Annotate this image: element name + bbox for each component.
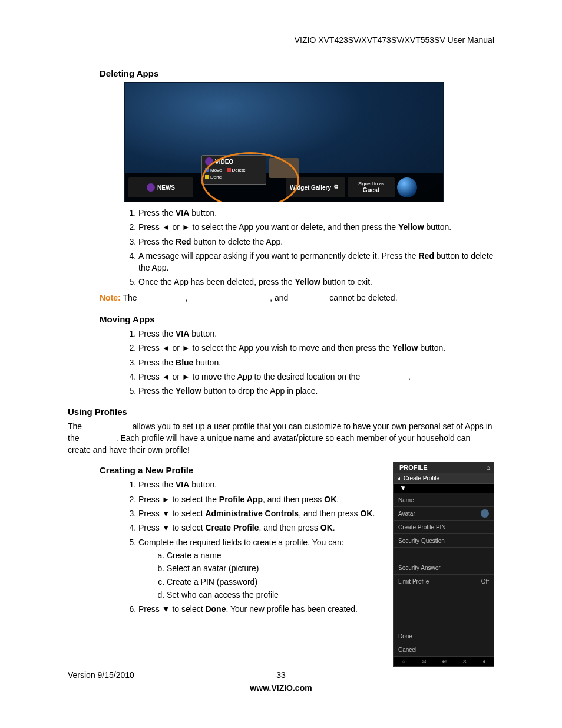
step: Press ▼ to select Create Profile, and th… [138, 522, 386, 533]
step: Press ▼ to select Administrative Control… [138, 508, 386, 519]
step: Press the VIA button. [138, 207, 494, 219]
profile-titlebar: PROFILE ⌂ [394, 462, 494, 473]
video-card: VIDEO Move Delete Done [201, 155, 266, 185]
done-label: Done [210, 174, 222, 180]
step: Once the App has been deleted, press the… [138, 276, 494, 288]
step: Press ▼ to select Done. Your new profile… [138, 603, 386, 615]
note-label: Note: [100, 293, 121, 302]
step: Press the Red button to delete the App. [138, 236, 494, 248]
yahoo-icon [205, 157, 213, 166]
deleting-apps-steps: Press the VIA button. Press ◄ or ► to se… [124, 207, 494, 288]
close-icon: ✕ [462, 658, 467, 664]
dock-news-tile: NEWS [128, 177, 193, 197]
profile-name-row: Name [394, 493, 494, 507]
step: Press the VIA button. [138, 328, 494, 340]
screenshot-app-dock: NEWS VIDEO Move Delete Done Widget Galle… [124, 82, 444, 202]
gallery-label: Widget Gallery [290, 185, 331, 191]
profiles-body: The allows you to set up a user profile … [68, 420, 494, 456]
profile-pin-row: Create Profile PIN [394, 521, 494, 534]
profile-limit-row: Limit ProfileOff [394, 575, 494, 588]
profile-bottombar: ☆ ✉ ●! ✕ ● [394, 657, 494, 666]
profile-cancel-row: Cancel [394, 643, 494, 657]
moving-apps-steps: Press the VIA button. Press ◄ or ► to se… [124, 328, 494, 397]
profile-done-row: Done [394, 630, 494, 643]
profile-title: PROFILE [399, 464, 428, 471]
substep: Create a PIN (password) [167, 576, 386, 588]
heading-using-profiles: Using Profiles [68, 407, 494, 417]
heading-moving-apps: Moving Apps [100, 314, 494, 324]
step: Press the VIA button. [138, 479, 386, 490]
screenshot-profile-panel: PROFILE ⌂ ◂ Create Profile Name Avatar C… [393, 462, 494, 667]
news-label: NEWS [157, 185, 175, 191]
profile-seca-row: Security Answer [394, 561, 494, 575]
note: Note: The , , and cannot be deleted. [100, 292, 494, 304]
step: Press ◄ or ► to select the App you want … [138, 221, 494, 233]
page-footer: Version 9/15/2010 33 www.VIZIO.com [68, 670, 494, 693]
video-label: VIDEO [215, 159, 233, 165]
star-icon: ☆ [401, 658, 406, 664]
step: Press ► to select the Profile App, and t… [138, 493, 386, 505]
step: Press ◄ or ► to select the App you wish … [138, 342, 494, 354]
step: A message will appear asking if you want… [138, 250, 494, 274]
heading-create-profile: Creating a New Profile [100, 465, 386, 475]
profile-secq-row: Security Question [394, 534, 494, 548]
breadcrumb-label: Create Profile [404, 475, 439, 482]
home-icon: ⌂ [486, 464, 490, 471]
globe-icon [397, 177, 417, 197]
move-label: Move [210, 167, 222, 173]
delete-label: Delete [232, 167, 246, 173]
app-dock: NEWS VIDEO Move Delete Done Widget Galle… [125, 173, 443, 202]
profile-blank-row [394, 548, 494, 561]
dock-gallery-tile: Widget Gallery ⚙ [286, 177, 345, 197]
page-header: VIZIO XVT423SV/XVT473SV/XVT553SV User Ma… [68, 35, 494, 45]
guest-label: Guest [363, 187, 379, 193]
step: Complete the required fields to create a… [138, 536, 386, 601]
dock-video-stack: VIDEO Move Delete Done [196, 155, 284, 196]
create-profile-steps: Press the VIA button. Press ► to select … [124, 479, 386, 615]
dot-icon: ● [482, 658, 485, 664]
substep: Select an avatar (picture) [167, 562, 386, 574]
chat-icon: ●! [442, 658, 447, 664]
heading-deleting-apps: Deleting Apps [100, 68, 494, 78]
cursor-row [394, 484, 494, 493]
dock-signed-tile: Signed in as Guest [348, 177, 395, 197]
back-arrow-icon: ◂ [397, 475, 400, 482]
profile-spacer [394, 588, 494, 630]
substeps: Create a name Select an avatar (picture)… [155, 549, 386, 601]
step: Press the Yellow button to drop the App … [138, 385, 494, 397]
video-thumb [269, 158, 299, 178]
signed-label: Signed in as [358, 182, 384, 187]
mail-icon: ✉ [422, 658, 427, 664]
profile-avatar-row: Avatar [394, 507, 494, 521]
yahoo-icon [147, 183, 155, 192]
substep: Create a name [167, 549, 386, 561]
profile-breadcrumb: ◂ Create Profile [394, 473, 494, 484]
step: Press ◄ or ► to move the App to the desi… [138, 371, 494, 383]
version-text: Version 9/15/2010 [68, 670, 134, 680]
gear-icon: ⚙ [333, 183, 342, 192]
page-number: 33 [276, 670, 286, 680]
avatar-icon [481, 509, 489, 518]
footer-url: www.VIZIO.com [68, 683, 494, 693]
substep: Set who can access the profile [167, 589, 386, 601]
step: Press the Blue button. [138, 357, 494, 368]
